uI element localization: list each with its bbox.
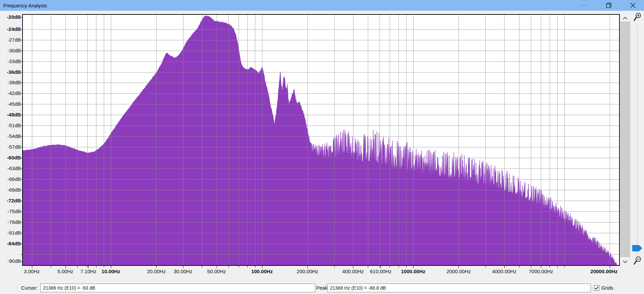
chevron-down-icon — [623, 260, 628, 263]
scroll-up-button[interactable] — [620, 15, 630, 21]
status-bar: Cursor: 21386 Hz (E10) = -93 dB Peak: 21… — [0, 284, 644, 293]
x-axis-label: 10.00Hz — [101, 268, 120, 274]
y-axis-label: -33dB — [1, 59, 21, 64]
y-axis-label: -63dB — [1, 166, 21, 171]
zoom-slider-thumb[interactable] — [632, 245, 642, 251]
scroll-down-button[interactable] — [620, 258, 630, 265]
cursor-value-box[interactable]: 21386 Hz (E10) = -93 dB — [40, 284, 315, 292]
vertical-scrollbar[interactable] — [620, 15, 630, 265]
grids-checkbox[interactable] — [594, 285, 599, 291]
y-axis-label: -54dB — [1, 134, 21, 139]
y-axis-label: -57dB — [1, 144, 21, 150]
y-axis-label: -39dB — [1, 80, 21, 85]
y-axis-label: -45dB — [1, 101, 21, 107]
scrollbar-thumb[interactable] — [620, 21, 630, 257]
x-axis-label: 3.00Hz — [24, 268, 40, 274]
y-axis-label: -27dB — [1, 37, 21, 43]
y-axis-label: -72dB — [1, 198, 21, 203]
cursor-label: Cursor: — [21, 284, 38, 292]
x-axis-label: 2000.00Hz — [446, 268, 471, 274]
y-axis-label: -66dB — [1, 177, 21, 182]
zoom-out-button[interactable] — [633, 256, 643, 266]
zoom-in-icon — [633, 12, 643, 23]
chevron-up-icon — [623, 17, 628, 19]
x-axis-label: 5.00Hz — [57, 268, 74, 274]
y-axis-label: -30dB — [1, 48, 21, 53]
zoom-slider-column — [632, 12, 644, 267]
x-axis-label: 200.00Hz — [297, 268, 318, 274]
y-axis-label: -24dB — [1, 27, 21, 32]
y-axis-label: -75dB — [1, 209, 21, 214]
x-axis-label: 610.00Hz — [370, 268, 391, 274]
x-axis-label: 400.00Hz — [342, 268, 364, 274]
x-axis-label: 50.00Hz — [207, 268, 226, 274]
y-axis-label: -60dB — [1, 155, 21, 160]
y-axis-label: -81dB — [1, 230, 21, 236]
y-axis-label: -20dB — [1, 14, 21, 20]
y-axis-label: -90dB — [1, 258, 21, 264]
frequency-analysis-window: Frequency Analysis -20dB-24dB-27dB-30dB-… — [0, 0, 644, 294]
y-axis-label: -42dB — [1, 91, 21, 96]
y-axis-label: -51dB — [1, 123, 21, 128]
peak-value-box[interactable]: 21388 Hz (E10) = -88.8 dB — [327, 284, 591, 292]
y-axis-label: -48dB — [1, 112, 21, 117]
x-axis-label: 20000.00Hz — [591, 268, 618, 274]
x-axis-label: 30.00Hz — [174, 268, 192, 274]
zoom-out-icon — [633, 256, 643, 266]
x-axis-label: 100.00Hz — [251, 268, 273, 274]
y-axis-label: -36dB — [1, 69, 21, 75]
y-axis-label: -78dB — [1, 219, 21, 225]
zoom-slider-track[interactable] — [637, 26, 638, 260]
y-axis-label: -69dB — [1, 187, 21, 193]
x-axis-label: 4000.00Hz — [492, 268, 517, 274]
spectrum-plot[interactable] — [0, 0, 644, 294]
y-axis-label: -84dB — [1, 241, 21, 246]
zoom-in-button[interactable] — [633, 12, 643, 23]
x-axis-label: 20.00Hz — [147, 268, 166, 274]
checkmark-icon — [594, 286, 599, 290]
x-axis-label: 7.10Hz — [80, 268, 96, 274]
x-axis-label: 1000.00Hz — [401, 268, 426, 274]
x-axis-label: 7000.00Hz — [529, 268, 553, 274]
grids-label: Grids — [601, 284, 613, 292]
